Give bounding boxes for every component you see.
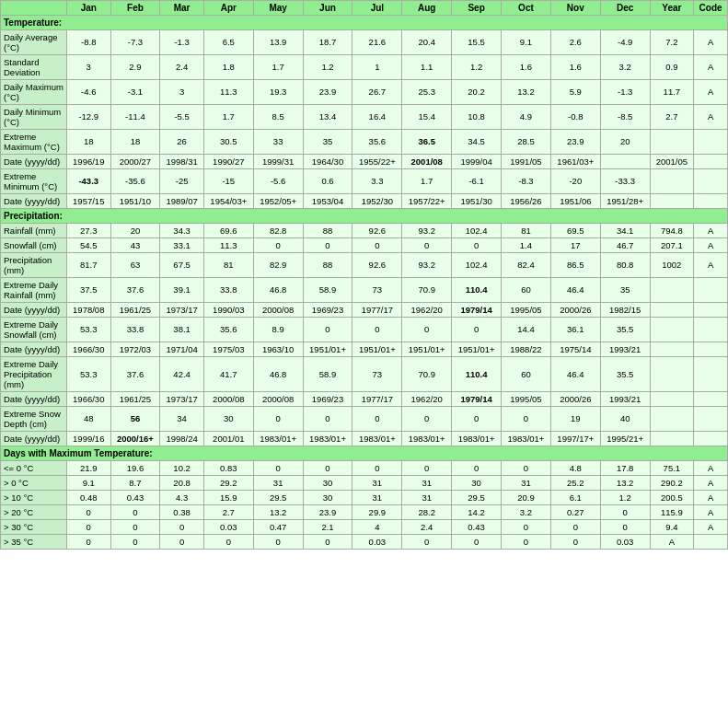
cell: 1995/21+ — [600, 431, 650, 446]
cell — [694, 154, 728, 168]
table-row: Extreme Minimum (°C)-43.3-35.6-25-15-5.6… — [1, 168, 728, 193]
cell: 53.3 — [67, 317, 111, 342]
cell: 0 — [600, 504, 650, 519]
cell: 0 — [452, 534, 502, 549]
cell: 1972/03 — [110, 342, 160, 356]
cell — [650, 431, 694, 446]
cell: -5.6 — [253, 168, 303, 193]
cell: 1951/10 — [110, 193, 160, 208]
cell: 82.9 — [253, 252, 303, 277]
cell: 3 — [67, 54, 111, 79]
cell: 0 — [253, 534, 303, 549]
cell: 0 — [160, 519, 204, 534]
cell: A — [694, 519, 728, 534]
table-row: Date (yyyy/dd)1999/162000/16+1998/242001… — [1, 431, 728, 446]
section-header: Days with Maximum Temperature: — [1, 446, 728, 460]
cell: 1971/04 — [160, 342, 204, 356]
cell: 1961/25 — [110, 302, 160, 317]
cell: 70.9 — [402, 356, 452, 391]
cell: A — [694, 252, 728, 277]
cell: 1979/14 — [452, 302, 502, 317]
cell: 31 — [352, 475, 402, 490]
cell: 17.8 — [600, 460, 650, 475]
cell: 200.5 — [650, 490, 694, 504]
cell: 1975/03 — [203, 342, 253, 356]
cell: 11.7 — [650, 79, 694, 104]
cell: 1951/01+ — [303, 342, 352, 356]
table-row: Precipitation (mm)81.76367.58182.98892.6… — [1, 252, 728, 277]
cell: 20.2 — [452, 79, 502, 104]
cell: 15.4 — [402, 104, 452, 129]
cell: 31 — [502, 475, 551, 490]
row-label: > 20 °C — [1, 504, 67, 519]
cell: 0 — [402, 317, 452, 342]
cell: 13.2 — [253, 504, 303, 519]
cell: 82.4 — [502, 252, 551, 277]
header-month: Apr — [203, 0, 253, 15]
cell: 1975/14 — [550, 342, 600, 356]
row-label: Daily Minimum (°C) — [1, 104, 67, 129]
table-row: Extreme Daily Rainfall (mm)37.537.639.13… — [1, 277, 728, 302]
header-month: May — [253, 0, 303, 15]
cell: 1998/24 — [160, 431, 204, 446]
cell: 4.3 — [160, 490, 204, 504]
cell: 46.8 — [253, 356, 303, 391]
cell: -1.3 — [600, 79, 650, 104]
cell: 0 — [67, 534, 111, 549]
cell: 2000/08 — [203, 391, 253, 406]
header-month: Oct — [502, 0, 551, 15]
cell: 1964/30 — [303, 154, 352, 168]
cell: 14.4 — [502, 317, 551, 342]
cell: 75.1 — [650, 460, 694, 475]
cell: 13.9 — [253, 29, 303, 54]
cell — [694, 391, 728, 406]
row-label: Date (yyyy/dd) — [1, 391, 67, 406]
row-label: > 35 °C — [1, 534, 67, 549]
cell: A — [694, 54, 728, 79]
cell: 21.6 — [352, 29, 402, 54]
cell: 35.6 — [203, 317, 253, 342]
cell: 33.8 — [203, 277, 253, 302]
cell: 1999/16 — [67, 431, 111, 446]
cell: 1955/22+ — [352, 154, 402, 168]
cell: 56 — [110, 406, 160, 431]
cell: 0 — [452, 460, 502, 475]
cell: 1954/03+ — [203, 193, 253, 208]
cell: 8.9 — [253, 317, 303, 342]
row-label: Date (yyyy/dd) — [1, 342, 67, 356]
cell: 2.7 — [650, 104, 694, 129]
cell: 0 — [452, 317, 502, 342]
cell: 1962/20 — [402, 302, 452, 317]
cell: 48 — [67, 406, 111, 431]
cell: 0 — [253, 406, 303, 431]
cell: 9.1 — [502, 29, 551, 54]
cell: 30.5 — [203, 129, 253, 154]
cell: 35.6 — [352, 129, 402, 154]
cell: 1953/04 — [303, 193, 352, 208]
cell: 73 — [352, 277, 402, 302]
cell: 3.2 — [502, 504, 551, 519]
cell: 0 — [110, 534, 160, 549]
cell: 60 — [502, 277, 551, 302]
cell: 1956/26 — [502, 193, 551, 208]
cell: 0 — [110, 519, 160, 534]
cell: 1951/28+ — [600, 193, 650, 208]
cell — [650, 168, 694, 193]
cell: -15 — [203, 168, 253, 193]
cell: 34.1 — [600, 223, 650, 237]
cell: 46.4 — [550, 277, 600, 302]
cell: 1.8 — [203, 54, 253, 79]
cell: 1951/01+ — [402, 342, 452, 356]
cell: 35.5 — [600, 356, 650, 391]
cell: 1.2 — [303, 54, 352, 79]
cell: 6.5 — [203, 29, 253, 54]
header-month: Nov — [550, 0, 600, 15]
cell: 31 — [352, 490, 402, 504]
cell: 0 — [550, 519, 600, 534]
table-row: Daily Minimum (°C)-12.9-11.4-5.51.78.513… — [1, 104, 728, 129]
cell: 1983/01+ — [402, 431, 452, 446]
cell: 3.3 — [352, 168, 402, 193]
cell: 1.7 — [253, 54, 303, 79]
cell: 69.6 — [203, 223, 253, 237]
cell: 41.7 — [203, 356, 253, 391]
